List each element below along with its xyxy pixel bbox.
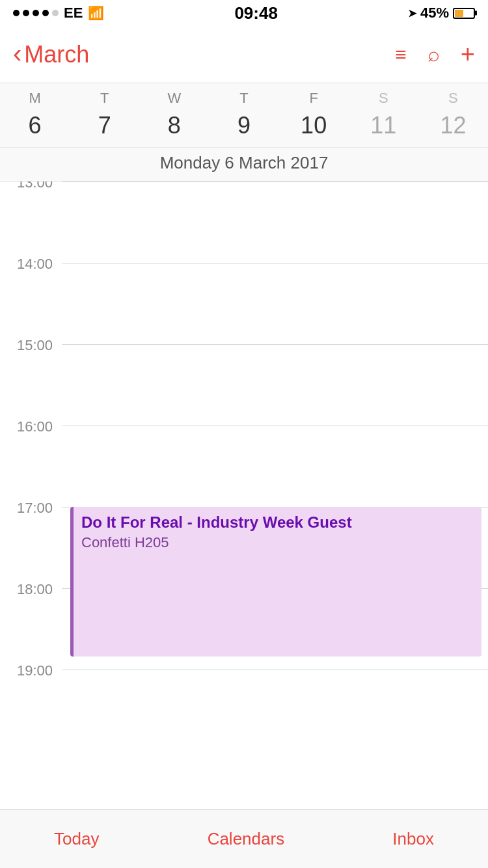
nav-bar: ‹ March ≡ ⌕ + <box>0 26 488 83</box>
time-row-15: 15:00 <box>0 344 488 426</box>
day-num-9[interactable]: 9 <box>209 112 278 139</box>
nav-actions: ≡ ⌕ + <box>395 40 475 68</box>
selected-date-label: Monday 6 March 2017 <box>0 147 488 181</box>
time-row-19: 19:00 <box>0 670 488 751</box>
signal-dots <box>13 10 59 16</box>
time-row-14: 14:00 <box>0 263 488 344</box>
day-name-tue: T <box>70 90 139 107</box>
dot-4 <box>42 10 49 16</box>
time-grid: 13:00 14:00 15:00 16:00 17:00 18:00 19:0… <box>0 182 488 751</box>
battery-percentage: 45% <box>420 5 449 21</box>
battery-icon <box>453 8 475 19</box>
time-label-16: 16:00 <box>0 418 62 435</box>
dot-1 <box>13 10 20 16</box>
day-name-wed: W <box>139 90 209 107</box>
dot-2 <box>23 10 29 16</box>
tab-bar: Today Calendars Inbox <box>0 809 488 868</box>
week-header: M T W T F S S 6 7 8 9 10 11 12 Monday 6 … <box>0 83 488 182</box>
time-label-18: 18:00 <box>0 581 62 598</box>
back-label: March <box>24 41 89 68</box>
day-name-thu: T <box>209 90 278 107</box>
status-left: EE 📶 <box>13 5 104 21</box>
calendar-body[interactable]: 13:00 14:00 15:00 16:00 17:00 18:00 19:0… <box>0 182 488 810</box>
time-label-14: 14:00 <box>0 256 62 273</box>
today-indicator: 6 <box>29 112 42 139</box>
dot-3 <box>33 10 39 16</box>
day-num-8[interactable]: 8 <box>139 112 209 139</box>
day-name-sat: S <box>349 90 418 107</box>
time-line-14 <box>62 263 488 264</box>
day-num-11[interactable]: 11 <box>349 112 418 139</box>
event-location: Confetti H205 <box>81 534 474 551</box>
time-line-19 <box>62 670 488 670</box>
time-line-15 <box>62 344 488 345</box>
search-icon[interactable]: ⌕ <box>427 42 440 66</box>
tab-inbox[interactable]: Inbox <box>392 829 434 849</box>
time-label-15: 15:00 <box>0 337 62 354</box>
status-right: ➤ 45% <box>408 5 475 21</box>
day-names-row: M T W T F S S <box>0 83 488 109</box>
tab-calendars[interactable]: Calendars <box>208 829 285 849</box>
back-button[interactable]: ‹ March <box>13 41 89 68</box>
time-label-13: 13:00 <box>0 182 62 191</box>
day-num-10[interactable]: 10 <box>279 112 349 139</box>
tab-calendars-label: Calendars <box>208 829 285 849</box>
time-row-13: 13:00 <box>0 182 488 263</box>
day-num-7[interactable]: 7 <box>70 112 139 139</box>
carrier-label: EE <box>64 5 83 21</box>
battery-fill <box>455 10 463 17</box>
time-label-17: 17:00 <box>0 500 62 517</box>
event-do-it-for-real[interactable]: Do It For Real - Industry Week Guest Con… <box>70 507 481 657</box>
day-num-6[interactable]: 6 <box>0 112 70 139</box>
tab-today[interactable]: Today <box>54 829 99 849</box>
tab-inbox-label: Inbox <box>392 829 434 849</box>
chevron-left-icon: ‹ <box>13 40 21 66</box>
status-time: 09:48 <box>234 3 278 23</box>
time-line-16 <box>62 426 488 426</box>
location-icon: ➤ <box>408 7 416 20</box>
tab-today-label: Today <box>54 829 99 849</box>
time-row-16: 16:00 <box>0 426 488 507</box>
day-numbers-row: 6 7 8 9 10 11 12 <box>0 109 488 147</box>
dot-5 <box>52 10 59 16</box>
day-name-mon: M <box>0 90 70 107</box>
day-name-sun: S <box>418 90 488 107</box>
status-bar: EE 📶 09:48 ➤ 45% <box>0 0 488 26</box>
list-icon[interactable]: ≡ <box>395 44 407 66</box>
day-name-fri: F <box>279 90 349 107</box>
wifi-icon: 📶 <box>88 5 104 21</box>
time-label-19: 19:00 <box>0 662 62 679</box>
add-button[interactable]: + <box>461 40 475 68</box>
event-title: Do It For Real - Industry Week Guest <box>81 513 474 532</box>
time-line-13 <box>62 182 488 182</box>
day-num-12[interactable]: 12 <box>418 112 488 139</box>
